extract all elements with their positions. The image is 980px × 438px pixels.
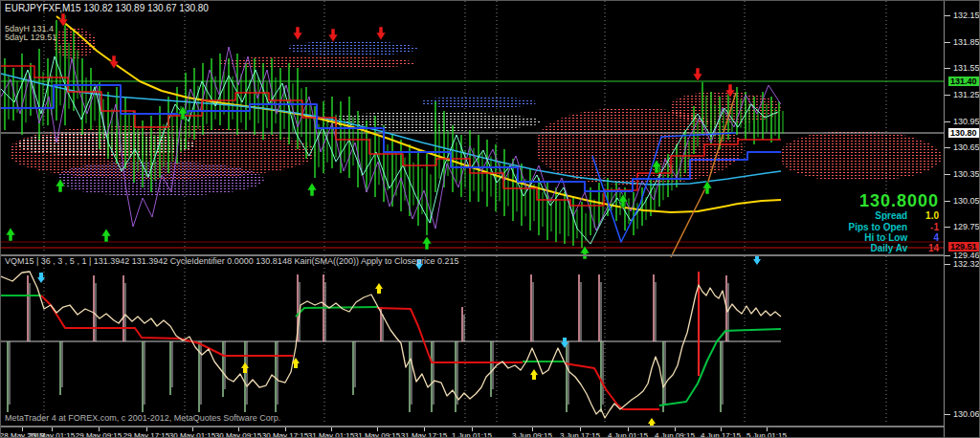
kijun-blue (1, 85, 781, 191)
vq-line (296, 307, 377, 317)
price-axis-tick (945, 68, 950, 69)
spread-value: 1.0 (910, 210, 939, 221)
cycle-up-arrow[interactable] (241, 362, 249, 373)
price-axis-tick (945, 227, 950, 228)
sell-signal-arrow[interactable] (376, 27, 386, 40)
price-axis-tick (945, 174, 950, 175)
price-axis-label: 131.85 (953, 37, 980, 47)
price-axis-tick (945, 201, 950, 202)
current-price-readout: 130.8000 (859, 191, 939, 211)
time-axis-label: 29 May 17:15 (123, 431, 169, 438)
time-axis-label: 3 Jun 09:15 (512, 431, 552, 438)
price-axis-label: 131.55 (953, 63, 980, 73)
buy-signal-arrow[interactable] (6, 228, 15, 241)
hi-to-low-label: Hi to Low (864, 232, 907, 243)
price-axis-label: 130.65 (953, 142, 980, 152)
daily-av-value: 14 (910, 243, 939, 253)
sell-signal-arrow[interactable] (109, 55, 119, 69)
buy-signal-arrow[interactable] (56, 179, 65, 192)
price-axis-tick (945, 121, 950, 122)
pips-to-open-value: -1 (910, 222, 939, 232)
daily-av-row: Daily Av 14 (870, 243, 939, 253)
time-axis-label: 29 May 01:15 (29, 431, 75, 438)
price-axis-label: 130.35 (953, 169, 980, 179)
time-axis-label: 31 May 09:15 (354, 431, 400, 438)
time-axis-label: 3 Jun 17:15 (560, 431, 600, 438)
daily-av-label: Daily Av (870, 243, 907, 253)
time-axis-label: 1 Jun 01:15 (452, 431, 492, 438)
sell-signal-arrow[interactable] (693, 68, 702, 81)
indicator-header: VQM15 | 36 , 3 , 5 , 1 | 131.3942 131.39… (5, 256, 458, 266)
vq-line (377, 308, 523, 362)
price-marker-box: 130.80 (948, 128, 979, 138)
vq-line (565, 363, 659, 409)
copyright-text: MetaTrader 4 at FOREX.com, c 2001-2012, … (5, 413, 280, 423)
price-axis-label: 129.75 (953, 222, 980, 231)
price-axis-tick (945, 15, 950, 16)
blue-zig (592, 133, 736, 242)
price-axis-label: 130.95 (953, 117, 980, 126)
symbol-ohlc-readout: EURJPYFXF,M15 130.82 130.89 130.67 130.8… (5, 3, 209, 13)
price-axis-label: 130.05 (953, 196, 980, 206)
cycle-up-arrow[interactable] (530, 369, 538, 380)
price-axis-label: 130.063 (953, 409, 980, 419)
mt4-window: EURJPYFXF,M15 130.82 130.89 130.67 130.8… (0, 0, 980, 438)
time-axis-label: 4 Jun 01:15 (608, 431, 648, 438)
price-axis-tick (945, 95, 950, 96)
time-axis[interactable]: 28 May 201329 May 01:1529 May 09:1529 Ma… (1, 426, 944, 438)
price-axis-tick (945, 42, 950, 43)
pips-to-open-row: Pips to Open -1 (849, 222, 939, 232)
time-axis-label: 31 May 01:15 (308, 431, 354, 438)
price-axis-label: 131.25 (953, 90, 980, 99)
cycle-up-arrow[interactable] (375, 283, 383, 294)
time-axis-label: 5 Jun 01:15 (746, 431, 787, 438)
sell-signal-arrow[interactable] (328, 29, 338, 42)
time-axis-label: 29 May 09:15 (76, 431, 122, 438)
time-axis-label: 4 Jun 17:15 (701, 431, 741, 438)
time-axis-label: 4 Jun 09:15 (655, 431, 695, 438)
time-axis-label: 31 May 17:15 (401, 431, 447, 438)
price-marker-box: 131.40 (948, 77, 979, 86)
buy-signal-arrow[interactable] (101, 229, 111, 242)
buy-signal-arrow[interactable] (307, 183, 317, 196)
time-axis-label: 30 May 17:15 (262, 431, 308, 438)
sell-signal-arrow[interactable] (293, 27, 302, 40)
price-axis[interactable]: 132.15131.85131.55131.25130.95130.65130.… (944, 1, 980, 438)
cycle-down-arrow[interactable] (37, 273, 45, 283)
price-axis-label: 132.15 (953, 11, 980, 20)
price-axis-tick (945, 264, 950, 265)
main-chart-canvas[interactable] (1, 1, 980, 438)
five-day-low-note: 5dayL 129.51 (5, 33, 56, 42)
price-axis-tick (945, 414, 950, 415)
spread-row: Spread 1.0 (875, 210, 939, 221)
price-axis-tick (945, 255, 950, 256)
time-axis-label: 30 May 01:15 (169, 431, 215, 438)
price-marker-box: 129.51 (948, 242, 979, 252)
price-axis-label: 132.324 (953, 259, 980, 269)
price-axis-tick (945, 147, 950, 148)
sell-signal-arrow[interactable] (725, 84, 735, 98)
hi-to-low-value: 4 (910, 232, 939, 243)
vq-line (41, 296, 293, 356)
pips-to-open-label: Pips to Open (849, 222, 908, 232)
spread-label: Spread (875, 210, 907, 221)
hi-to-low-row: Hi to Low 4 (864, 232, 939, 243)
time-axis-label: 30 May 09:15 (215, 431, 261, 438)
